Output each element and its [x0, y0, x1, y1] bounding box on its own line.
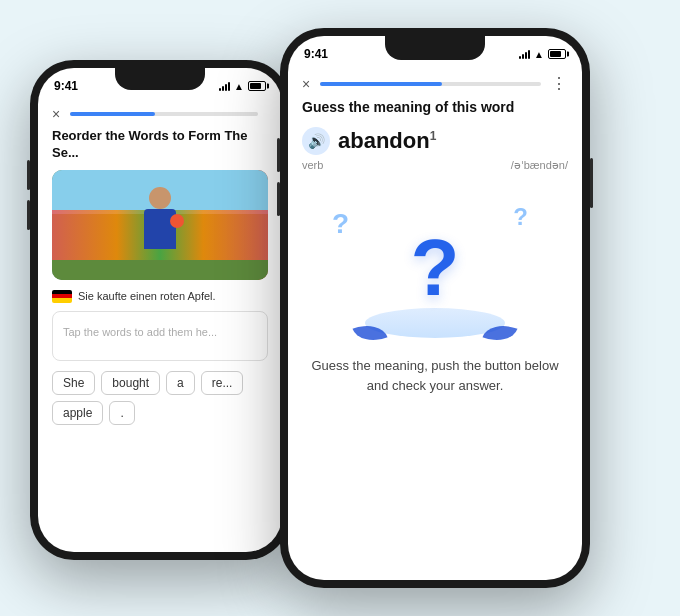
phone-1-placeholder: Tap the words to add them he...	[63, 326, 217, 338]
battery-icon	[248, 81, 266, 91]
scene: 9:41 ▲ ×	[0, 0, 680, 616]
small-question-right: ?	[513, 203, 528, 231]
phone-2-content: × ⋮ Guess the meaning of this word 🔊 aba…	[288, 66, 582, 580]
word-superscript: 1	[430, 129, 437, 143]
phone-2-status-icons: ▲	[519, 49, 566, 60]
phone-2-more-button[interactable]: ⋮	[551, 74, 568, 93]
phone-2: 9:41 ▲ ×	[280, 28, 590, 588]
phone-1-status-icons: ▲	[219, 81, 266, 92]
phone-1-notch	[115, 68, 205, 90]
german-text: Sie kaufte einen roten Apfel.	[78, 290, 216, 302]
phone-1-progress-fill	[70, 112, 155, 116]
phone-1-screen: 9:41 ▲ ×	[38, 68, 282, 552]
phone-2-notch	[385, 36, 485, 60]
chip-bought[interactable]: bought	[101, 371, 160, 395]
german-flag	[52, 290, 72, 303]
phone-1-title: Reorder the Words to Form The Se...	[52, 128, 268, 162]
signal-icon	[219, 81, 230, 91]
chip-apple[interactable]: apple	[52, 401, 103, 425]
part-of-speech: verb	[302, 159, 323, 172]
wifi-icon: ▲	[234, 81, 244, 92]
phone-1: 9:41 ▲ ×	[30, 60, 290, 560]
person-head	[149, 187, 171, 209]
phone-1-word-chips-2: apple .	[52, 401, 268, 425]
battery-icon-2	[548, 49, 566, 59]
phone-1-time: 9:41	[54, 79, 78, 93]
chip-period[interactable]: .	[109, 401, 134, 425]
question-visual: ? ? ?	[302, 188, 568, 348]
big-question-mark: ?	[411, 228, 460, 308]
phone-1-close-button[interactable]: ×	[52, 106, 60, 122]
phone-2-screen: 9:41 ▲ ×	[288, 36, 582, 580]
phone-1-answer-box[interactable]: Tap the words to add them he...	[52, 311, 268, 361]
person-body	[144, 209, 176, 249]
phone-1-content: × Reorder the Words to Form The Se...	[38, 98, 282, 552]
chip-she[interactable]: She	[52, 371, 95, 395]
phone-1-word-chips: She bought a re...	[52, 371, 268, 395]
speaker-icon[interactable]: 🔊	[302, 127, 330, 155]
phone-2-word-row: 🔊 abandon1	[302, 127, 568, 155]
phone-2-close-button[interactable]: ×	[302, 76, 310, 92]
phone-2-meta: verb /əˈbændən/	[302, 159, 568, 172]
phone-2-screen-title: Guess the meaning of this word	[302, 99, 568, 115]
phone-2-progress-fill	[320, 82, 441, 86]
person-figure	[140, 187, 180, 262]
wifi-icon-2: ▲	[534, 49, 544, 60]
phone-2-description: Guess the meaning, push the button below…	[302, 356, 568, 395]
phone-1-image	[52, 170, 268, 280]
phone-1-progress-bar	[70, 112, 258, 116]
small-question-left: ?	[332, 208, 349, 240]
apple-prop	[170, 214, 184, 228]
phone-1-header: ×	[52, 98, 268, 128]
signal-icon-2	[519, 49, 530, 59]
chip-re[interactable]: re...	[201, 371, 244, 395]
phone-2-header: × ⋮	[302, 66, 568, 99]
chip-a[interactable]: a	[166, 371, 195, 395]
phone-1-german-row: Sie kaufte einen roten Apfel.	[52, 290, 268, 303]
phone-2-time: 9:41	[304, 47, 328, 61]
pronunciation: /əˈbændən/	[511, 159, 568, 172]
phone-2-progress-bar	[320, 82, 541, 86]
visual-base	[335, 308, 535, 348]
phone-2-word: abandon1	[338, 128, 436, 154]
